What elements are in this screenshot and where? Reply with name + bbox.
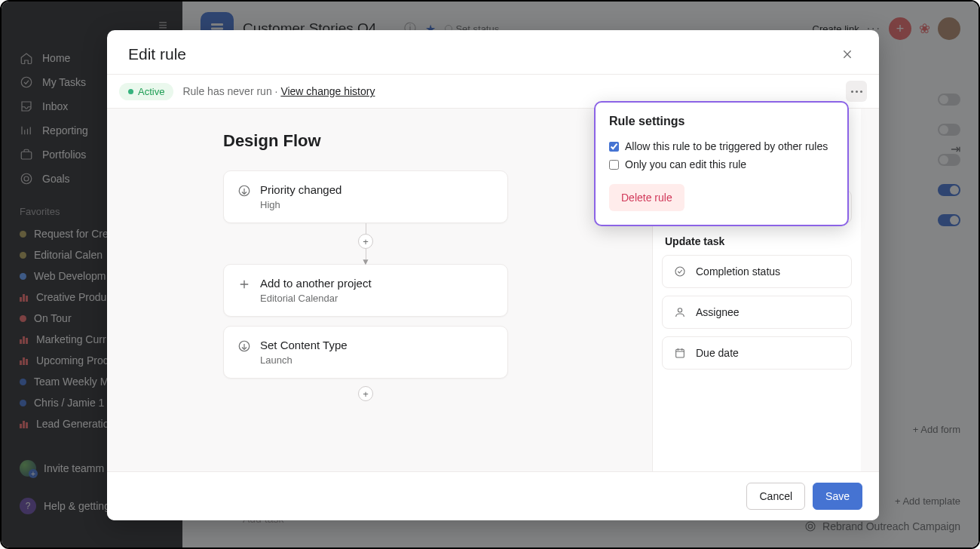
action-label: Due date [696,347,739,359]
setting-label: Only you can edit this rule [625,158,746,170]
action-label: Completion status [696,265,780,278]
action-card-add-project[interactable]: Add to another project Editorial Calenda… [223,264,508,317]
plus-icon [237,278,251,291]
action-title: Add to another project [260,277,372,290]
svg-point-12 [678,308,681,312]
setting-allow-trigger[interactable]: Allow this rule to be triggered by other… [609,137,834,155]
only-you-edit-checkbox[interactable] [609,160,619,170]
action-label: Assignee [696,306,740,318]
svg-point-11 [675,267,684,276]
save-button[interactable]: Save [813,483,862,510]
action-section-label: Update task [665,235,852,247]
view-history-link[interactable]: View change history [280,85,375,97]
check-circle-icon [673,265,687,278]
add-step-button[interactable]: + [358,234,373,249]
calendar-icon [673,346,687,360]
action-card-set-content-type[interactable]: Set Content Type Launch [223,326,508,379]
trigger-icon [237,184,251,198]
modal-title: Edit rule [128,45,186,63]
trigger-subtitle: High [260,199,341,210]
rule-settings-popover: Rule settings Allow this rule to be trig… [594,101,849,226]
add-step-after: + [223,386,508,401]
action-subtitle: Launch [260,354,348,366]
action-title: Set Content Type [260,339,348,351]
rule-run-status: Rule has never run · View change history [182,85,375,97]
trigger-card[interactable]: Priority changed High [223,170,508,223]
allow-trigger-checkbox[interactable] [609,142,619,152]
trigger-icon [237,339,251,353]
more-options-button[interactable] [846,81,867,102]
connector: + ▼ [223,223,508,264]
close-icon [841,48,853,60]
action-assignee[interactable]: Assignee [662,296,852,329]
status-badge: Active [119,83,173,100]
close-button[interactable] [837,44,858,65]
setting-label: Allow this rule to be triggered by other… [625,140,828,152]
popover-title: Rule settings [609,115,834,128]
modal-header: Edit rule [107,30,879,75]
cancel-button[interactable]: Cancel [746,483,805,510]
action-due-date[interactable]: Due date [662,336,852,370]
modal-footer: Cancel Save [107,471,879,520]
add-step-button[interactable]: + [358,386,373,401]
setting-only-you-edit[interactable]: Only you can edit this rule [609,155,834,173]
trigger-title: Priority changed [260,183,341,196]
rule-run-prefix: Rule has never run · [182,85,280,97]
action-completion-status[interactable]: Completion status [662,255,852,288]
svg-rect-13 [676,349,684,357]
person-icon [673,305,687,319]
delete-rule-button[interactable]: Delete rule [609,184,684,211]
action-subtitle: Editorial Calendar [260,293,372,304]
arrow-down-icon: ▼ [361,259,370,264]
